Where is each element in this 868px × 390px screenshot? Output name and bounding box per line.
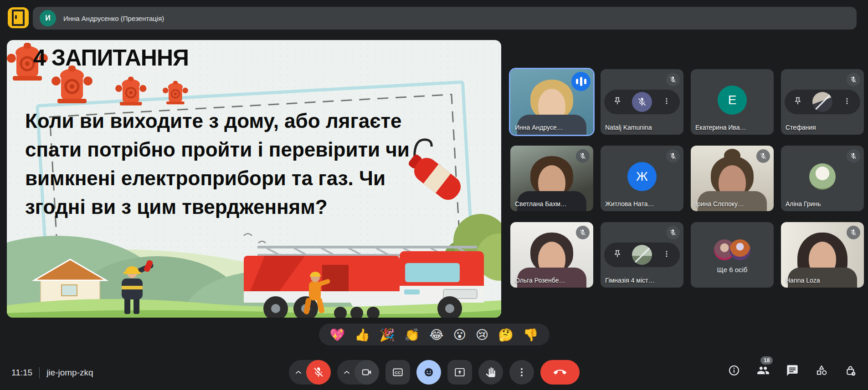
raise-hand-button[interactable] xyxy=(478,360,503,385)
participant-name: Стефания xyxy=(786,124,816,131)
reaction-emoji-button[interactable]: 😮 xyxy=(453,329,466,341)
pin-icon[interactable] xyxy=(793,96,802,107)
reaction-emoji-button[interactable]: 🤔 xyxy=(498,329,514,341)
tile-hover-controls xyxy=(785,90,860,114)
avatar-mic-off-icon[interactable] xyxy=(632,92,652,112)
presenter-name: Инна Андрусенко (Презентація) xyxy=(63,15,164,22)
chat-panel-button[interactable] xyxy=(786,364,799,377)
mic-off-icon xyxy=(847,73,860,86)
overflow-count-label: Ще 6 осіб xyxy=(717,266,748,274)
speaking-indicator-icon xyxy=(571,72,591,91)
pin-icon[interactable] xyxy=(613,249,622,260)
reactions-button[interactable] xyxy=(416,360,441,385)
reaction-emoji-button[interactable]: 👏 xyxy=(405,329,420,341)
participant-tile[interactable]: Аліна Гринь xyxy=(781,146,864,211)
meeting-meta: 11:15 jie-jomp-zkq xyxy=(11,367,93,378)
presenter-avatar: И xyxy=(40,10,56,26)
participant-tile[interactable]: ЖЖитлова Ната… xyxy=(601,146,683,211)
camera-button[interactable] xyxy=(354,360,379,385)
meeting-room-door-icon xyxy=(12,10,25,26)
participant-name: Hanna Loza xyxy=(786,277,820,284)
mic-control-group xyxy=(289,360,331,385)
avatar: Ж xyxy=(627,162,657,191)
more-options-button[interactable] xyxy=(509,360,534,385)
participant-name: Natalj Kamunina xyxy=(605,124,652,131)
present-button[interactable] xyxy=(447,360,472,385)
captions-button[interactable]: CC xyxy=(385,360,410,385)
reaction-emoji-button[interactable]: 👎 xyxy=(523,329,539,341)
reaction-emoji-button[interactable]: 👍 xyxy=(354,329,370,341)
slide-body-text: Коли ви виходите з дому, або лягаєте спа… xyxy=(25,106,499,221)
call-controls-bar: CC xyxy=(289,360,580,385)
presenter-chip[interactable]: И Инна Андрусенко (Презентація) xyxy=(33,7,857,30)
participants-grid: Инна Андрусе…Natalj KamuninaЕЕкатерина И… xyxy=(510,69,864,288)
participant-name: Инна Андрусе… xyxy=(515,124,563,131)
participant-name: Ольга Розенбе… xyxy=(515,277,565,284)
participant-count-badge: 18 xyxy=(760,356,773,365)
meeting-details-button[interactable] xyxy=(728,364,740,377)
participant-name: Житлова Ната… xyxy=(605,200,654,208)
host-controls-button[interactable] xyxy=(844,364,857,377)
people-panel-button[interactable]: 18 xyxy=(757,364,770,377)
svg-text:CC: CC xyxy=(395,370,401,375)
participant-tile[interactable]: Гімназія 4 міст… xyxy=(601,222,683,288)
participant-name: Светлана Бахм… xyxy=(515,200,567,208)
participant-tile[interactable]: Ольга Розенбе… xyxy=(510,222,593,288)
avatar xyxy=(729,239,750,260)
more-options-icon[interactable] xyxy=(842,96,852,107)
pin-icon[interactable] xyxy=(613,96,622,107)
camera-control-group xyxy=(337,360,379,385)
participant-tile[interactable]: Стефания xyxy=(781,69,864,135)
meeting-code: jie-jomp-zkq xyxy=(46,368,93,378)
reaction-emoji-button[interactable]: 🎉 xyxy=(380,329,395,341)
mic-off-icon xyxy=(847,149,860,163)
reaction-emoji-button[interactable]: 😂 xyxy=(429,329,444,341)
top-bar: И Инна Андрусенко (Презентація) xyxy=(0,0,868,36)
mic-off-icon xyxy=(756,149,770,163)
participant-name: Екатерина Ива… xyxy=(695,124,746,131)
avatar-mic-off-icon[interactable] xyxy=(812,92,832,112)
mic-off-icon xyxy=(666,149,680,163)
participant-name: Гімназія 4 міст… xyxy=(605,277,655,284)
participant-tile[interactable]: ЕЕкатерина Ива… xyxy=(691,69,774,135)
participant-tile[interactable]: Ірина Слєпоку… xyxy=(691,146,774,211)
meta-divider xyxy=(39,367,40,378)
reactions-bar: 💖👍🎉👏😂😮😢🤔👎 xyxy=(318,324,549,345)
more-options-icon[interactable] xyxy=(662,249,671,260)
mic-off-icon xyxy=(666,226,680,239)
reaction-emoji-button[interactable]: 😢 xyxy=(476,329,488,341)
tile-hover-controls xyxy=(604,243,680,267)
mic-off-icon xyxy=(666,73,680,86)
participant-tile[interactable]: Ще 6 осіб xyxy=(691,222,774,288)
avatar xyxy=(809,163,836,190)
end-call-button[interactable] xyxy=(540,360,580,385)
avatar-mic-off-icon[interactable] xyxy=(632,245,652,265)
mic-options-chevron[interactable] xyxy=(291,360,306,385)
reaction-emoji-button[interactable]: 💖 xyxy=(329,329,345,341)
panel-buttons: 18 xyxy=(728,364,857,377)
overflow-avatars xyxy=(714,239,750,260)
participant-tile[interactable]: Hanna Loza xyxy=(781,222,864,288)
activities-button[interactable] xyxy=(815,364,828,377)
participant-tile[interactable]: Natalj Kamunina xyxy=(601,69,683,135)
slide-title: 4 ЗАПИТАННЯ xyxy=(33,45,189,71)
mic-mute-button[interactable] xyxy=(306,360,331,385)
mic-off-icon xyxy=(576,149,590,163)
participant-name: Ірина Слєпоку… xyxy=(695,200,744,208)
shared-presentation-slide: 4 ЗАПИТАННЯ Коли ви виходите з дому, або… xyxy=(7,40,501,318)
mic-off-icon xyxy=(847,226,860,239)
participant-name: Аліна Гринь xyxy=(786,200,821,208)
camera-options-chevron[interactable] xyxy=(339,360,354,385)
mic-off-icon xyxy=(576,226,590,239)
more-options-icon[interactable] xyxy=(662,96,671,107)
clock-time: 11:15 xyxy=(11,368,32,378)
avatar: Е xyxy=(718,86,747,115)
participant-tile[interactable]: Светлана Бахм… xyxy=(510,146,593,211)
meeting-room-button[interactable] xyxy=(8,7,29,28)
participant-tile[interactable]: Инна Андрусе… xyxy=(510,69,593,135)
tile-hover-controls xyxy=(604,90,680,114)
